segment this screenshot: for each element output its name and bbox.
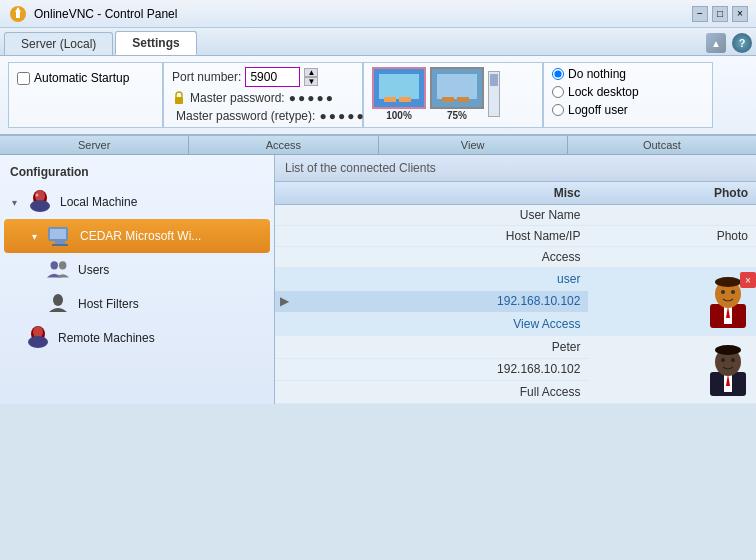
svg-point-16 (36, 194, 39, 197)
clients-table: Misc Photo User Name Host Name/IP Photo (275, 182, 756, 404)
client1-access: View Access (291, 313, 588, 336)
expand-cell2 (275, 226, 291, 247)
host-filters-icon (44, 290, 72, 318)
users-icon (44, 256, 72, 284)
remote-machines-label: Remote Machines (58, 331, 155, 345)
right-panel: List of the connected Clients Misc Photo… (275, 155, 756, 404)
settings-panel: Automatic Startup Port number: ▲ ▼ Maste… (0, 56, 756, 136)
radio-logoff-user[interactable] (552, 104, 564, 116)
tab-server-local[interactable]: Server (Local) (4, 32, 113, 55)
svg-point-32 (731, 290, 735, 294)
title-text: OnlineVNC - Control Panel (34, 7, 177, 21)
svg-rect-18 (50, 229, 66, 239)
svg-point-23 (53, 294, 63, 306)
outcast-divider-label: Outcast (568, 136, 756, 154)
photo-label: Photo (588, 226, 756, 247)
client2-expand-btn (275, 358, 291, 381)
client1-expand-btn[interactable]: ▶ (275, 290, 291, 313)
logoff-user-label: Logoff user (568, 103, 628, 117)
lock-icon (172, 91, 186, 105)
svg-point-21 (51, 261, 58, 269)
client1-photo-cell: × (588, 268, 756, 336)
svg-point-38 (721, 358, 725, 362)
client2-expand (275, 336, 291, 359)
tab-bar: Server (Local) Settings ▲ ? (0, 28, 756, 56)
client-row-user[interactable]: user (275, 268, 756, 291)
client2-ip: 192.168.10.102 (291, 358, 588, 381)
outcast-section: Do nothing Lock desktop Logoff user (543, 62, 713, 128)
svg-rect-11 (442, 97, 454, 102)
sidebar-item-host-filters[interactable]: Host Filters (4, 287, 270, 321)
view-thumb2[interactable] (430, 67, 484, 109)
clients-header: List of the connected Clients (275, 155, 756, 182)
client1-access-expand (275, 313, 291, 336)
photo-col-header: Photo (588, 182, 756, 205)
sidebar-item-users[interactable]: Users (4, 253, 270, 287)
auto-startup-checkbox[interactable] (17, 72, 30, 85)
sidebar-title: Configuration (4, 161, 270, 185)
svg-point-15 (30, 200, 50, 212)
port-input[interactable] (245, 67, 300, 87)
svg-rect-3 (175, 97, 183, 104)
toggle-local-machine[interactable]: ▾ (8, 197, 20, 208)
svg-point-40 (715, 345, 741, 355)
close-button[interactable]: × (732, 6, 748, 22)
svg-point-22 (59, 261, 66, 269)
client2-avatar (702, 338, 754, 398)
cedar-icon (46, 222, 74, 250)
username-label: User Name (291, 205, 588, 226)
server-divider-label: Server (0, 136, 189, 154)
auto-startup-label: Automatic Startup (34, 71, 129, 85)
svg-rect-10 (437, 74, 477, 99)
sidebar-item-remote-machines[interactable]: Remote Machines (4, 321, 270, 355)
access-section: Port number: ▲ ▼ Master password: ●●●●● (163, 62, 363, 128)
svg-rect-6 (379, 74, 419, 99)
client2-photo-cell (588, 336, 756, 404)
client2-name: Peter (291, 336, 588, 359)
host-filters-label: Host Filters (78, 297, 139, 311)
expand-cell (275, 205, 291, 226)
hostname-label: Host Name/IP (291, 226, 588, 247)
minimize-button[interactable]: − (692, 6, 708, 22)
svg-rect-2 (16, 12, 20, 18)
access-divider-label: Access (189, 136, 378, 154)
svg-point-33 (715, 277, 741, 287)
back-icon[interactable]: ▲ (706, 33, 726, 53)
window-controls[interactable]: − □ × (692, 6, 748, 22)
svg-point-39 (731, 358, 735, 362)
port-label: Port number: (172, 70, 241, 84)
sidebar-item-local-machine[interactable]: ▾ Local Machine (4, 185, 270, 219)
thumb2-pct: 75% (447, 110, 467, 121)
view-divider-label: View (379, 136, 568, 154)
view-thumb1[interactable] (372, 67, 426, 109)
misc-col-header: Misc (291, 182, 588, 205)
client1-delete-button[interactable]: × (740, 272, 756, 288)
access-header-label: Access (291, 247, 588, 268)
access-photo (588, 247, 756, 268)
master-pwd-retype-label: Master password (retype): (176, 109, 315, 123)
server-section: Automatic Startup (8, 62, 163, 128)
client-row-peter[interactable]: Peter (275, 336, 756, 359)
toggle-cedar[interactable]: ▾ (28, 231, 40, 242)
view-scrollbar[interactable] (488, 71, 500, 117)
maximize-button[interactable]: □ (712, 6, 728, 22)
svg-point-31 (721, 290, 725, 294)
svg-rect-20 (52, 244, 68, 246)
sidebar-item-cedar[interactable]: ▾ CEDAR Microsoft Wi... (4, 219, 270, 253)
username-photo (588, 205, 756, 226)
tab-settings[interactable]: Settings (115, 31, 196, 55)
cedar-label: CEDAR Microsoft Wi... (80, 229, 201, 243)
port-spinner: ▲ ▼ (304, 68, 318, 86)
svg-rect-19 (55, 241, 65, 244)
master-pwd-label: Master password: (190, 91, 285, 105)
help-icon[interactable]: ? (732, 33, 752, 53)
section-dividers: Server Access View Outcast (0, 136, 756, 155)
expand-cell3 (275, 247, 291, 268)
port-down-button[interactable]: ▼ (304, 77, 318, 86)
port-up-button[interactable]: ▲ (304, 68, 318, 77)
radio-do-nothing[interactable] (552, 68, 564, 80)
client1-expand (275, 268, 291, 291)
sidebar: Configuration ▾ Local Machine ▾ (0, 155, 275, 404)
radio-lock-desktop[interactable] (552, 86, 564, 98)
client2-access: Full Access (291, 381, 588, 404)
